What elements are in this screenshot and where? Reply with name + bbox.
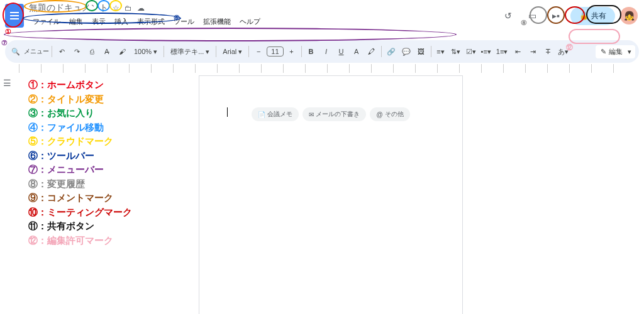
- sep: [381, 46, 382, 57]
- link-button[interactable]: 🔗: [384, 44, 398, 59]
- clear-format-button[interactable]: T̶: [541, 44, 555, 59]
- legend-11: ⑪：共有ボタン: [28, 219, 132, 234]
- text-cursor: [227, 107, 228, 117]
- menu-extensions[interactable]: 拡張機能: [199, 15, 235, 28]
- align-button[interactable]: ≡▾: [434, 44, 448, 59]
- chip-mail[interactable]: ✉メールの下書き: [303, 107, 366, 121]
- add-comment-button[interactable]: 💬: [399, 44, 413, 59]
- increase-font-button[interactable]: +: [285, 44, 299, 59]
- right-header: ↺ ▭ ▸▪ 🔒 共有 👧: [499, 6, 638, 25]
- sep: [52, 46, 52, 57]
- menu-view[interactable]: 表示: [88, 15, 109, 28]
- search-menu-button[interactable]: 🔍: [9, 44, 23, 59]
- horizontal-ruler[interactable]: [13, 64, 631, 73]
- menu-format[interactable]: 表示形式: [133, 15, 169, 28]
- insert-image-button[interactable]: 🖼: [414, 44, 428, 59]
- paint-format-button[interactable]: 🖌: [115, 44, 129, 59]
- pencil-icon: ✎: [601, 48, 606, 56]
- bullet-list-button[interactable]: •≡▾: [479, 44, 493, 59]
- menu-tools[interactable]: ツール: [170, 15, 198, 28]
- spellcheck-button[interactable]: A̶: [100, 44, 114, 59]
- decrease-font-button[interactable]: −: [252, 44, 265, 59]
- docs-home-icon[interactable]: [5, 4, 24, 28]
- chip-mail-label: メールの下書き: [316, 110, 360, 119]
- chip-other[interactable]: @その他: [370, 107, 409, 121]
- avatar[interactable]: 👧: [620, 7, 638, 24]
- legend-2: ②：タイトル変更: [28, 92, 132, 107]
- comment-icon[interactable]: ▭: [523, 6, 541, 25]
- move-icon[interactable]: 🗀: [123, 3, 133, 13]
- increase-indent-button[interactable]: ⇥: [526, 44, 540, 59]
- left-sidebar: ☰: [0, 73, 18, 314]
- lock-icon: 🔒: [579, 11, 589, 20]
- font-select[interactable]: Arial ▾: [219, 48, 246, 56]
- share-button[interactable]: 🔒 共有: [570, 7, 615, 25]
- menu-file[interactable]: ファイル: [29, 15, 64, 28]
- edit-mode-select[interactable]: ✎ 編集 ▾: [596, 45, 635, 58]
- undo-button[interactable]: ↶: [55, 44, 69, 59]
- decrease-indent-button[interactable]: ⇤: [511, 44, 525, 59]
- legend: ①：ホームボタン ②：タイトル変更 ③：お気に入り ④：ファイル移動 ⑤：クラウ…: [28, 78, 132, 247]
- chip-meeting-label: 会議メモ: [267, 110, 292, 119]
- legend-12: ⑫：編集許可マーク: [28, 234, 132, 248]
- checklist-button[interactable]: ☑▾: [464, 44, 478, 59]
- menu-insert[interactable]: 挿入: [111, 15, 132, 28]
- number-list-button[interactable]: 1≡▾: [494, 44, 510, 59]
- chip-meeting[interactable]: 📄会議メモ: [252, 107, 299, 121]
- sep: [164, 46, 164, 57]
- legend-9: ⑨：コメントマーク: [28, 191, 132, 205]
- star-icon[interactable]: ☆: [111, 3, 121, 13]
- legend-1: ①：ホームボタン: [28, 78, 132, 92]
- zoom-value: 100%: [134, 48, 152, 55]
- sep: [216, 46, 216, 57]
- cloud-icon[interactable]: ☁: [136, 3, 146, 13]
- line-spacing-button[interactable]: ⇅▾: [449, 44, 463, 59]
- sep: [248, 46, 249, 57]
- history-icon[interactable]: ↺: [499, 6, 518, 25]
- chevron-down-icon: ▾: [628, 48, 631, 56]
- underline-button[interactable]: U: [335, 44, 348, 59]
- italic-button[interactable]: I: [319, 44, 333, 59]
- menu-label: メニュー: [24, 47, 49, 56]
- toolbar: 🔍 メニュー ↶ ↷ ⎙ A̶ 🖌 100% ▾ 標準テキ... ▾ Arial…: [5, 40, 639, 63]
- legend-6: ⑥：ツールバー: [28, 149, 132, 163]
- legend-8: ⑧：変更履歴: [28, 177, 132, 192]
- menu-edit[interactable]: 編集: [65, 15, 87, 28]
- menu-help[interactable]: ヘルプ: [236, 15, 264, 28]
- style-value: 標準テキ...: [170, 47, 204, 57]
- zoom-select[interactable]: 100% ▾: [130, 48, 161, 56]
- legend-4: ④：ファイル移動: [28, 121, 132, 135]
- style-select[interactable]: 標準テキ... ▾: [167, 47, 213, 57]
- share-label: 共有: [591, 11, 606, 21]
- main: ☰ ①：ホームボタン ②：タイトル変更 ③：お気に入り ④：ファイル移動 ⑤：ク…: [0, 73, 644, 314]
- font-size-input[interactable]: 11: [267, 46, 283, 57]
- chip-other-label: その他: [385, 110, 404, 119]
- meet-icon[interactable]: ▸▪: [547, 6, 565, 25]
- text-color-button[interactable]: A: [350, 44, 364, 59]
- document-title[interactable]: 無題のドキュメント: [29, 3, 108, 14]
- legend-7: ⑦：メニューバー: [28, 163, 132, 177]
- print-button[interactable]: ⎙: [85, 44, 99, 59]
- bold-button[interactable]: B: [304, 44, 318, 59]
- legend-5: ⑤：クラウドマーク: [28, 134, 132, 149]
- title-area: 無題のドキュメント ☆ 🗀 ☁: [29, 3, 146, 14]
- font-value: Arial: [223, 48, 236, 55]
- redo-button[interactable]: ↷: [70, 44, 84, 59]
- menubar: ファイル 編集 表示 挿入 表示形式 ツール 拡張機能 ヘルプ: [29, 15, 264, 28]
- highlight-button[interactable]: 🖍: [365, 44, 379, 59]
- mail-icon: ✉: [309, 111, 314, 118]
- header: 無題のドキュメント ☆ 🗀 ☁ ファイル 編集 表示 挿入 表示形式 ツール 拡…: [0, 0, 644, 40]
- document-page[interactable]: 📄会議メモ ✉メールの下書き @その他: [199, 75, 463, 314]
- doc-icon: 📄: [258, 111, 265, 118]
- suggestion-chips: 📄会議メモ ✉メールの下書き @その他: [223, 107, 438, 121]
- ime-button[interactable]: あ▾: [556, 44, 570, 59]
- outline-icon[interactable]: ☰: [3, 78, 14, 89]
- edit-mode-label: 編集: [609, 47, 623, 57]
- sep: [301, 46, 302, 57]
- at-icon: @: [376, 111, 382, 118]
- legend-10: ⑩：ミーティングマーク: [28, 205, 132, 220]
- legend-3: ③：お気に入り: [28, 106, 132, 121]
- sep: [431, 46, 431, 57]
